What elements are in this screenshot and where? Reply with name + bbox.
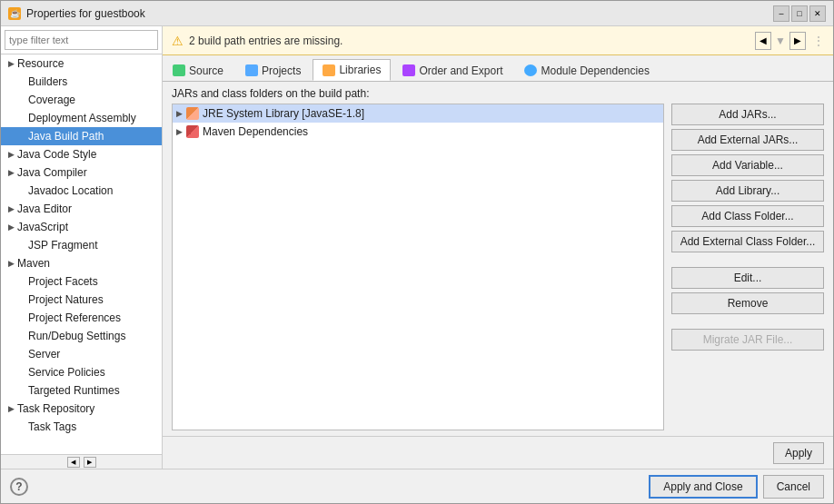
entry-expand-icon: ▶ (176, 127, 183, 136)
sidebar-tree: ▶ResourceBuildersCoverageDeployment Asse… (1, 54, 162, 454)
warning-bar: ⚠ 2 build path entries are missing. ◀ ▼ … (163, 26, 833, 55)
sidebar-item-label: Project Facets (28, 275, 98, 288)
sidebar-item-label: Task Repository (17, 402, 94, 415)
sidebar-item-label: Java Editor (17, 203, 72, 215)
tab-module-dependencies[interactable]: Module Dependencies (514, 59, 659, 81)
sidebar-item[interactable]: Java Build Path (1, 127, 162, 145)
sidebar-item[interactable]: Deployment Assembly (1, 109, 162, 127)
sidebar-item[interactable]: Javadoc Location (1, 182, 162, 200)
footer-bar: ? Apply and Close Cancel (1, 469, 833, 503)
sidebar-item[interactable]: Builders (1, 73, 162, 91)
apply-button[interactable]: Apply (773, 442, 824, 464)
expand-arrow-icon: ▶ (8, 59, 15, 68)
sidebar-item-label: Coverage (28, 94, 75, 106)
maven-icon (186, 125, 199, 138)
entries-list: ▶JRE System Library [JavaSE-1.8]▶Maven D… (172, 104, 664, 430)
sidebar-item-label: Resource (17, 57, 64, 70)
sidebar-item[interactable]: Project Facets (1, 272, 162, 291)
warning-forward-btn[interactable]: ▶ (789, 32, 806, 50)
sidebar-item[interactable]: Run/Debug Settings (1, 327, 162, 345)
main-panel: ⚠ 2 build path entries are missing. ◀ ▼ … (163, 26, 833, 469)
warning-separator2: ⋮ (813, 35, 824, 47)
libraries-tab-icon (323, 64, 335, 76)
sidebar-item[interactable]: ▶Task Repository (1, 400, 162, 418)
sidebar-item[interactable]: ▶Resource (1, 54, 162, 73)
sidebar-item[interactable]: ▶Java Editor (1, 200, 162, 218)
sidebar-item[interactable]: Service Policies (1, 363, 162, 381)
sidebar-item-label: JavaScript (17, 221, 68, 233)
sidebar-item[interactable]: Project Natures (1, 291, 162, 309)
add-class-folder-button[interactable]: Add Class Folder... (671, 205, 824, 227)
button-spacer (671, 318, 824, 325)
expand-arrow-icon: ▶ (8, 259, 15, 268)
sidebar-item[interactable]: JSP Fragment (1, 236, 162, 254)
add-variable-button[interactable]: Add Variable... (671, 154, 824, 176)
add-external-jars-button[interactable]: Add External JARs... (671, 129, 824, 151)
sidebar-item[interactable]: Server (1, 345, 162, 363)
tab-projects[interactable]: Projects (235, 59, 311, 81)
tab-order-and-export[interactable]: Order and Export (392, 59, 512, 81)
window-title: Properties for guestbook (26, 7, 773, 20)
tab-label: Source (189, 64, 223, 77)
titlebar: ☕ Properties for guestbook – □ ✕ (1, 1, 833, 26)
list-item[interactable]: ▶Maven Dependencies (173, 123, 663, 141)
sidebar-item[interactable]: ▶Maven (1, 254, 162, 272)
help-button[interactable]: ? (10, 478, 28, 496)
button-spacer (671, 256, 824, 263)
sidebar-item[interactable]: ▶Java Compiler (1, 163, 162, 182)
tab-label: Order and Export (419, 64, 502, 77)
source-tab-icon (173, 64, 185, 76)
sidebar: ▶ResourceBuildersCoverageDeployment Asse… (1, 26, 163, 469)
sidebar-item-label: Deployment Assembly (28, 112, 136, 124)
sidebar-item-label: Maven (17, 257, 50, 270)
sidebar-item-label: Java Compiler (17, 166, 87, 179)
sidebar-item[interactable]: Coverage (1, 91, 162, 109)
sidebar-item-label: Java Build Path (28, 130, 104, 143)
sidebar-item-label: Javadoc Location (28, 184, 113, 197)
tab-label: Module Dependencies (541, 64, 649, 77)
scroll-right-btn[interactable]: ▶ (84, 457, 96, 468)
expand-arrow-icon: ▶ (8, 150, 15, 159)
edit-button[interactable]: Edit... (671, 267, 824, 289)
migrate-jar-file-button: Migrate JAR File... (671, 329, 824, 351)
remove-button[interactable]: Remove (671, 292, 824, 314)
scroll-left-btn[interactable]: ◀ (67, 457, 80, 468)
apply-close-button[interactable]: Apply and Close (649, 475, 757, 499)
tab-source[interactable]: Source (163, 59, 233, 81)
add-external-class-folder-button[interactable]: Add External Class Folder... (671, 231, 824, 252)
side-buttons: Add JARs...Add External JARs...Add Varia… (671, 104, 824, 430)
add-jars-button[interactable]: Add JARs... (671, 104, 824, 125)
sidebar-item[interactable]: ▶Java Code Style (1, 145, 162, 163)
sidebar-item-label: Run/Debug Settings (28, 330, 125, 342)
sidebar-item[interactable]: Task Tags (1, 418, 162, 436)
sidebar-item-label: Project Natures (28, 293, 104, 306)
sidebar-item[interactable]: Targeted Runtimes (1, 381, 162, 400)
warning-back-btn[interactable]: ◀ (755, 32, 771, 50)
sidebar-item-label: Server (28, 348, 60, 361)
entry-label: JRE System Library [JavaSE-1.8] (203, 107, 364, 120)
minimize-button[interactable]: – (773, 5, 789, 22)
list-item[interactable]: ▶JRE System Library [JavaSE-1.8] (173, 104, 663, 123)
sidebar-item[interactable]: ▶JavaScript (1, 218, 162, 236)
tab-label: Libraries (339, 64, 381, 76)
entry-label: Maven Dependencies (203, 125, 308, 138)
close-button[interactable]: ✕ (809, 5, 826, 22)
tab-libraries[interactable]: Libraries (313, 59, 391, 81)
sidebar-item-label: Targeted Runtimes (28, 384, 120, 397)
footer-actions: Apply and Close Cancel (649, 475, 824, 499)
sidebar-item-label: Builders (28, 75, 67, 88)
content-area: ▶ResourceBuildersCoverageDeployment Asse… (1, 26, 833, 469)
warning-text: 2 build path entries are missing. (189, 35, 343, 47)
maximize-button[interactable]: □ (791, 5, 808, 22)
warning-icon: ⚠ (172, 34, 184, 48)
sidebar-item[interactable]: Project References (1, 309, 162, 327)
panel-content: JARs and class folders on the build path… (163, 82, 833, 436)
bottom-bar: Apply (163, 436, 833, 469)
filter-box (1, 26, 162, 54)
add-library-button[interactable]: Add Library... (671, 180, 824, 202)
module-tab-icon (524, 64, 537, 76)
sidebar-item-label: Project References (28, 311, 121, 324)
cancel-button[interactable]: Cancel (763, 475, 824, 499)
filter-input[interactable] (5, 30, 158, 50)
sidebar-item-label: Service Policies (28, 366, 105, 379)
